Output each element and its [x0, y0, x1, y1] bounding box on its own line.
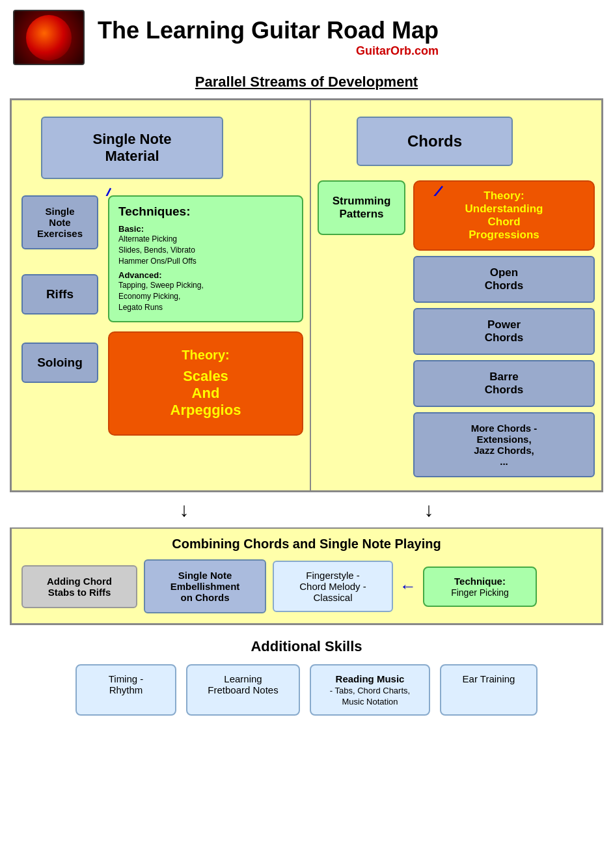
combining-boxes: Adding ChordStabs to Riffs Single NoteEm… [21, 559, 592, 613]
combining-section: Combining Chords and Single Note Playing… [10, 527, 603, 625]
reading-music-box: Reading Music - Tabs, Chord Charts,Music… [310, 664, 430, 716]
learning-fretboard-box: LearningFretboard Notes [186, 664, 300, 716]
strumming-column: StrummingPatterns [318, 180, 405, 235]
top-section: Single NoteMaterial SingleNoteExercises … [10, 98, 603, 492]
diagram-container: Single NoteMaterial SingleNoteExercises … [10, 98, 603, 625]
theory-scales-box: Theory: ScalesAndArpeggios [108, 331, 303, 436]
power-chords-box: PowerChords [413, 308, 595, 355]
adding-chord-stabs-box: Adding ChordStabs to Riffs [21, 565, 137, 608]
left-middle: SingleNoteExercises Riffs Soloing Techni… [21, 195, 303, 436]
riffs-box: Riffs [21, 274, 98, 315]
right-middle-row: StrummingPatterns Theory:UnderstandingCh… [318, 180, 595, 477]
techniques-basic: Basic: Alternate PickingSlides, Bends, V… [118, 224, 293, 266]
open-chords-box: OpenChords [413, 256, 595, 303]
logo [13, 10, 85, 65]
barre-chords-box: BarreChords [413, 360, 595, 407]
advanced-label: Advanced: [118, 270, 293, 280]
left-column: Single NoteMaterial SingleNoteExercises … [12, 100, 311, 490]
single-note-exercises-box: SingleNoteExercises [21, 195, 98, 249]
right-down-arrow: ↓ [424, 499, 434, 521]
logo-image [26, 15, 72, 61]
additional-skills-title: Additional Skills [10, 638, 603, 655]
theory-chord-progressions-box: Theory:UnderstandingChordProgressions [413, 180, 595, 251]
page-title: The Learning Guitar Road Map [98, 17, 439, 44]
advanced-content: Tapping, Sweep Picking,Economy Picking,L… [118, 280, 293, 313]
chords-box-wrapper: Chords [357, 117, 513, 166]
techniques-box: Techniques: Basic: Alternate PickingSlid… [108, 195, 303, 322]
timing-rhythm-box: Timing -Rhythm [75, 664, 176, 716]
section-divider: ↓ ↓ [10, 492, 603, 527]
header: The Learning Guitar Road Map GuitarOrb.c… [0, 0, 613, 68]
techniques-title: Techniques: [118, 204, 293, 219]
chord-progression-column: Theory:UnderstandingChordProgressions Op… [413, 180, 595, 477]
additional-skills-section: Additional Skills Timing -Rhythm Learnin… [10, 638, 603, 716]
single-note-material-box: Single NoteMaterial [41, 117, 223, 179]
header-title-block: The Learning Guitar Road Map GuitarOrb.c… [98, 17, 439, 58]
single-note-material-label: Single NoteMaterial [41, 117, 223, 179]
theory-scales-body: ScalesAndArpeggios [117, 368, 294, 419]
fingerstyle-box: Fingerstyle -Chord Melody -Classical [273, 561, 393, 612]
left-down-arrow: ↓ [180, 499, 189, 521]
left-arrow-combining: ← [400, 576, 416, 596]
single-note-embellishment-box: Single NoteEmbellishmenton Chords [144, 559, 266, 613]
right-column: Chords StrummingPatterns Theory:Understa… [311, 100, 601, 490]
strumming-patterns-box: StrummingPatterns [318, 180, 405, 235]
additional-skills-boxes: Timing -Rhythm LearningFretboard Notes R… [10, 664, 603, 716]
left-items-column: SingleNoteExercises Riffs Soloing [21, 195, 98, 383]
soloing-box: Soloing [21, 343, 98, 383]
techniques-advanced: Advanced: Tapping, Sweep Picking,Economy… [118, 270, 293, 313]
right-of-left-column: Techniques: Basic: Alternate PickingSlid… [108, 195, 303, 436]
theory-title: Theory: [117, 348, 294, 363]
technique-finger-picking-box: Technique: Finger Picking [423, 567, 537, 607]
website-url: GuitarOrb.com [98, 44, 439, 58]
combining-title: Combining Chords and Single Note Playing [21, 537, 592, 552]
more-chords-box: More Chords -Extensions,Jazz Chords,... [413, 412, 595, 477]
basic-content: Alternate PickingSlides, Bends, VibratoH… [118, 234, 293, 266]
basic-label: Basic: [118, 224, 293, 234]
subtitle: Parallel Streams of Development [0, 74, 613, 91]
chords-box: Chords [357, 117, 513, 166]
ear-training-box: Ear Training [440, 664, 538, 716]
